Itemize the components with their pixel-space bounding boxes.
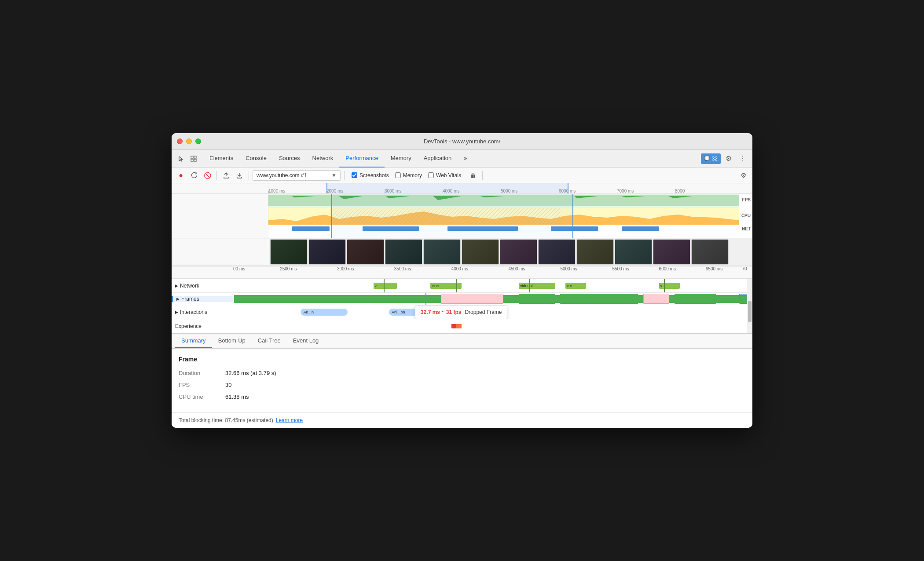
interactions-row: ▶ Interactions An...n Ani...on 32.7 ms ~… bbox=[172, 305, 752, 319]
screenshot-6[interactable] bbox=[462, 239, 499, 265]
frame-green-4[interactable] bbox=[675, 294, 716, 304]
screenshot-4[interactable] bbox=[385, 239, 422, 265]
maximize-button[interactable] bbox=[195, 138, 201, 144]
selected-frame-line bbox=[425, 293, 426, 305]
screenshot-7[interactable] bbox=[500, 239, 537, 265]
screenshot-2[interactable] bbox=[308, 239, 346, 265]
net-event-5[interactable]: v... bbox=[659, 283, 680, 289]
d-tick-0: 00 ms bbox=[233, 266, 245, 271]
screenshot-12[interactable] bbox=[691, 239, 729, 265]
experience-row: Experience bbox=[172, 319, 752, 333]
toolbar-settings-button[interactable]: ⚙ bbox=[737, 170, 749, 181]
bottom-footer: Total blocking time: 87.45ms (estimated)… bbox=[172, 412, 752, 428]
web-vitals-checkbox[interactable]: Web Vitals bbox=[428, 172, 461, 178]
screenshot-10[interactable] bbox=[615, 239, 652, 265]
console-badge[interactable]: 💬 32 bbox=[701, 153, 721, 164]
url-selector[interactable]: www.youtube.com #1 ▼ bbox=[253, 170, 341, 181]
dropped-frame-tooltip: 32.7 ms ~ 31 fps Dropped Frame bbox=[415, 305, 507, 319]
memory-checkbox[interactable]: Memory bbox=[395, 172, 422, 178]
devtools-window: DevTools - www.youtube.com/ Elements Con… bbox=[172, 133, 752, 428]
d-tick-2500: 2500 ms bbox=[280, 266, 297, 271]
d-tick-6000: 6000 ms bbox=[659, 266, 676, 271]
bottom-panel: Summary Bottom-Up Call Tree Event Log Fr… bbox=[172, 333, 752, 428]
tick-7000: 7000 ms bbox=[617, 189, 634, 193]
tab-sources[interactable]: Sources bbox=[273, 150, 306, 168]
cpu-value: 61.38 ms bbox=[225, 393, 249, 400]
net-event-1[interactable]: v... bbox=[374, 283, 397, 289]
minimize-button[interactable] bbox=[186, 138, 192, 144]
record-button[interactable]: ● bbox=[175, 170, 187, 181]
fps-row-label: FPS bbox=[742, 197, 751, 202]
net-event-3[interactable]: videopl... bbox=[519, 283, 555, 289]
tab-elements[interactable]: Elements bbox=[203, 150, 239, 168]
devtools-settings-button[interactable]: ⚙ bbox=[722, 153, 735, 165]
cursor-icon[interactable] bbox=[175, 153, 187, 165]
tab-memory[interactable]: Memory bbox=[385, 150, 418, 168]
screenshots-strip bbox=[172, 238, 752, 266]
duration-label: Duration bbox=[179, 370, 218, 376]
memory-input[interactable] bbox=[395, 172, 401, 178]
cpu-row-label: CPU bbox=[741, 213, 751, 218]
clear-recording-button[interactable]: 🚫 bbox=[202, 170, 213, 181]
timeline-charts-area[interactable]: FPS CPU NET bbox=[172, 194, 752, 238]
tab-bottom-up[interactable]: Bottom-Up bbox=[212, 334, 252, 348]
net-marker-1 bbox=[384, 279, 385, 292]
stat-cpu: CPU time 61.38 ms bbox=[179, 393, 745, 400]
svg-rect-0 bbox=[191, 156, 193, 158]
interaction-1[interactable]: An...n bbox=[301, 309, 347, 316]
stat-fps: FPS 30 bbox=[179, 382, 745, 388]
screenshot-9[interactable] bbox=[576, 239, 614, 265]
dropped-frame-block[interactable] bbox=[441, 294, 503, 304]
selection-range[interactable] bbox=[326, 183, 568, 193]
learn-more-link[interactable]: Learn more bbox=[276, 417, 303, 423]
tab-more[interactable]: » bbox=[458, 150, 473, 168]
interactions-row-content[interactable]: An...n Ani...on 32.7 ms ~ 31 fps Dropped… bbox=[233, 305, 752, 319]
network-row: ▶ Network v... vi vi... videopl... v v..… bbox=[172, 279, 752, 293]
screenshot-8[interactable] bbox=[538, 239, 576, 265]
tab-call-tree[interactable]: Call Tree bbox=[252, 334, 287, 348]
tab-performance[interactable]: Performance bbox=[339, 150, 384, 168]
overview-selection[interactable] bbox=[331, 194, 573, 238]
web-vitals-label: Web Vitals bbox=[436, 172, 461, 178]
web-vitals-input[interactable] bbox=[428, 172, 434, 178]
frame-green-3[interactable] bbox=[560, 294, 638, 304]
window-title: DevTools - www.youtube.com/ bbox=[424, 138, 500, 145]
reload-record-button[interactable] bbox=[188, 170, 200, 181]
close-button[interactable] bbox=[177, 138, 183, 144]
devtools-more-button[interactable]: ⋮ bbox=[737, 153, 749, 165]
network-row-content[interactable]: v... vi vi... videopl... v v... v... bbox=[233, 279, 752, 292]
network-row-label[interactable]: ▶ Network bbox=[172, 283, 233, 289]
tick-8000: 8000 bbox=[675, 189, 685, 193]
upload-button[interactable] bbox=[220, 170, 232, 181]
frame-dropped-2[interactable] bbox=[643, 294, 669, 304]
separator-4 bbox=[482, 171, 483, 180]
fps-value: 30 bbox=[225, 382, 231, 388]
tab-event-log[interactable]: Event Log bbox=[287, 334, 325, 348]
timeline-rows: ▶ Network v... vi vi... videopl... v v..… bbox=[172, 279, 752, 333]
tick-1000: 1000 ms bbox=[268, 189, 285, 193]
inspect-icon[interactable] bbox=[187, 153, 200, 165]
interactions-label: Interactions bbox=[180, 309, 207, 315]
screenshot-3[interactable] bbox=[347, 239, 384, 265]
timeline-scrollbar[interactable] bbox=[747, 279, 752, 333]
screenshots-input[interactable] bbox=[352, 172, 357, 178]
net-event-4[interactable]: v v... bbox=[565, 283, 586, 289]
screenshot-5[interactable] bbox=[423, 239, 461, 265]
delete-recording-button[interactable]: 🗑 bbox=[467, 170, 479, 181]
tab-application[interactable]: Application bbox=[418, 150, 458, 168]
screenshot-11[interactable] bbox=[653, 239, 690, 265]
frames-row-content[interactable] bbox=[233, 293, 752, 305]
timeline-ruler-top: 1000 ms 2000 ms 3000 ms 4000 ms 5000 ms … bbox=[172, 183, 752, 194]
experience-row-content[interactable] bbox=[233, 319, 752, 333]
tab-summary[interactable]: Summary bbox=[175, 334, 212, 348]
download-button[interactable] bbox=[234, 170, 245, 181]
tab-network[interactable]: Network bbox=[306, 150, 340, 168]
tab-console[interactable]: Console bbox=[239, 150, 273, 168]
interactions-row-label[interactable]: ▶ Interactions bbox=[172, 309, 233, 315]
separator-3 bbox=[344, 171, 345, 180]
scrollbar-thumb[interactable] bbox=[748, 301, 752, 323]
screenshot-1[interactable] bbox=[270, 239, 308, 265]
frame-green-2[interactable] bbox=[519, 294, 555, 304]
screenshots-checkbox[interactable]: Screenshots bbox=[352, 172, 389, 178]
frames-row-label[interactable]: ▶ Frames bbox=[172, 296, 233, 302]
